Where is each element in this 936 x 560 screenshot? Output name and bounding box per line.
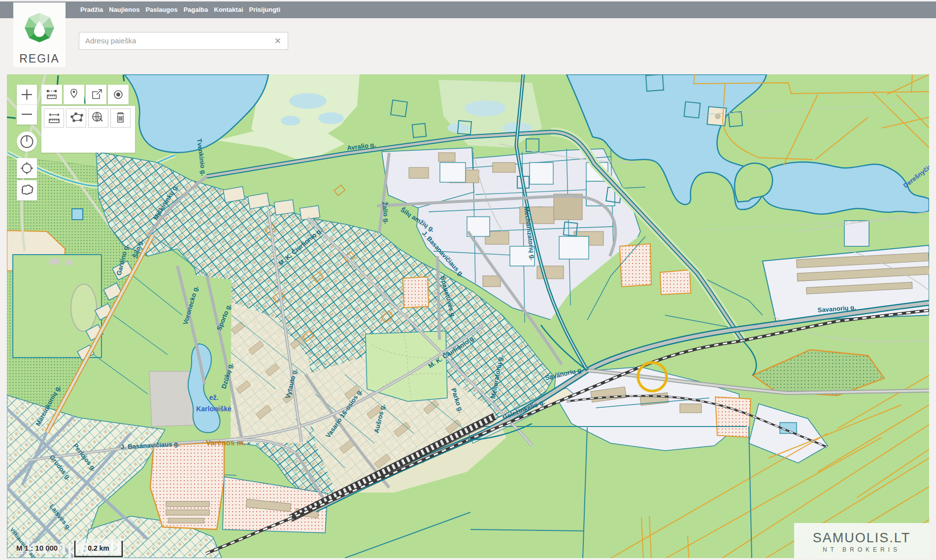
svg-text:ež.: ež. (209, 394, 219, 401)
svg-text:Karloniškė: Karloniškė (196, 405, 232, 413)
svg-text:Varėnos m.: Varėnos m. (206, 438, 245, 447)
svg-text:0.2 km: 0.2 km (88, 544, 109, 552)
